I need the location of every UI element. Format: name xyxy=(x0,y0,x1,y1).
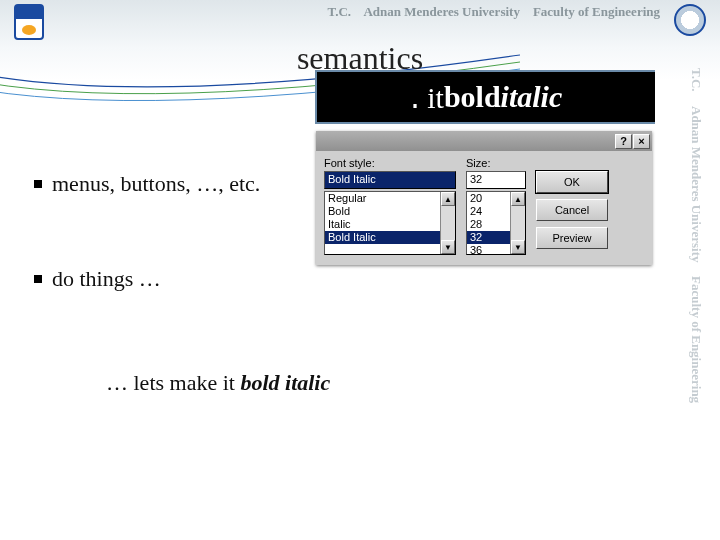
scrollbar[interactable]: ▲ ▼ xyxy=(440,192,455,254)
font-style-column: Font style: Bold Italic Regular Bold Ita… xyxy=(324,157,456,255)
size-listbox[interactable]: 20 24 28 32 36 ▲ ▼ xyxy=(466,191,526,255)
dialog-titlebar[interactable]: ? × xyxy=(316,131,652,151)
help-button[interactable]: ? xyxy=(615,134,632,149)
size-label: Size: xyxy=(466,157,526,169)
list-item[interactable]: 32 xyxy=(467,231,510,244)
scrollbar[interactable]: ▲ ▼ xyxy=(510,192,525,254)
tagline-prefix: … lets make it xyxy=(106,370,240,395)
list-item[interactable]: Bold Italic xyxy=(325,231,440,244)
list-item[interactable]: 28 xyxy=(467,218,510,231)
ok-button[interactable]: OK xyxy=(536,171,608,193)
bullet-2-text: do things … xyxy=(52,265,161,294)
bullet-square-icon xyxy=(34,180,42,188)
font-style-items: Regular Bold Italic Bold Italic xyxy=(325,192,440,254)
university-crest-icon xyxy=(14,4,44,40)
list-item[interactable]: Regular xyxy=(325,192,440,205)
preview-button[interactable]: Preview xyxy=(536,227,608,249)
strip-bolditalic: italic xyxy=(501,80,563,114)
strip-lead: ․ it xyxy=(410,80,444,115)
cancel-button[interactable]: Cancel xyxy=(536,199,608,221)
header-university: Adnan Menderes University xyxy=(363,4,519,19)
close-button[interactable]: × xyxy=(633,134,650,149)
side-university: Adnan Menderes University xyxy=(688,106,704,262)
side-faculty: Faculty of Engineering xyxy=(688,276,704,403)
font-style-label: Font style: xyxy=(324,157,456,169)
dialog-body: Font style: Bold Italic Regular Bold Ita… xyxy=(316,151,652,265)
scroll-up-icon[interactable]: ▲ xyxy=(441,192,455,206)
list-item[interactable]: 36 xyxy=(467,244,510,255)
tagline-bolditalic: bold italic xyxy=(240,370,330,395)
scroll-down-icon[interactable]: ▼ xyxy=(441,240,455,254)
scroll-up-icon[interactable]: ▲ xyxy=(511,192,525,206)
list-item[interactable]: 24 xyxy=(467,205,510,218)
size-column: Size: 32 20 24 28 32 36 ▲ ▼ xyxy=(466,157,526,255)
size-input[interactable]: 32 xyxy=(466,171,526,189)
scroll-down-icon[interactable]: ▼ xyxy=(511,240,525,254)
size-items: 20 24 28 32 36 xyxy=(467,192,510,254)
tagline: … lets make it bold italic xyxy=(106,370,330,396)
list-item[interactable]: Italic xyxy=(325,218,440,231)
bullet-1-text: menus, buttons, …, etc. xyxy=(52,170,260,199)
dialog-buttons: OK Cancel Preview xyxy=(536,157,608,255)
faculty-seal-icon xyxy=(674,4,706,36)
header-text: T.C. Adnan Menderes University Faculty o… xyxy=(328,4,661,20)
bullet-1: menus, buttons, …, etc. xyxy=(34,170,294,199)
strip-bold: bold xyxy=(444,80,501,114)
list-item[interactable]: Bold xyxy=(325,205,440,218)
side-tc: T.C. xyxy=(688,68,704,92)
header-tc: T.C. xyxy=(328,4,352,19)
font-style-listbox[interactable]: Regular Bold Italic Bold Italic ▲ ▼ xyxy=(324,191,456,255)
list-item[interactable]: 20 xyxy=(467,192,510,205)
header-faculty: Faculty of Engineering xyxy=(533,4,660,19)
sample-text-strip: ․ it bold italic xyxy=(315,70,655,124)
bullet-square-icon xyxy=(34,275,42,283)
font-style-input[interactable]: Bold Italic xyxy=(324,171,456,189)
font-dialog: ? × Font style: Bold Italic Regular Bold… xyxy=(316,131,652,265)
bullet-2: do things … xyxy=(34,265,294,294)
side-watermark: T.C. Adnan Menderes University Faculty o… xyxy=(676,68,716,518)
